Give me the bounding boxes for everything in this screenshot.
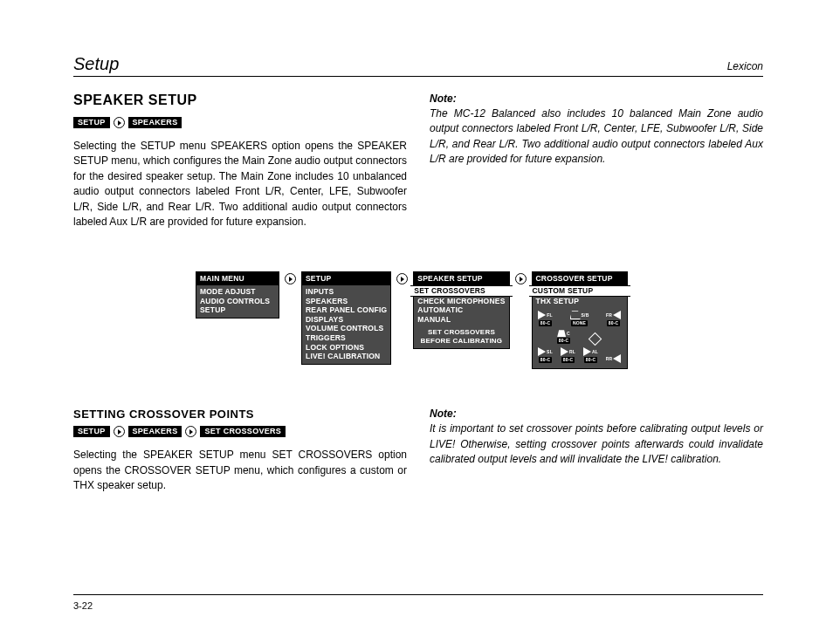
menu-item: CHECK MICROPHONES xyxy=(414,297,508,306)
arrow-right-icon xyxy=(114,426,125,437)
speaker-cell-sl: SL 80-C xyxy=(536,347,555,363)
speaker-icon xyxy=(583,347,591,356)
arrow-right-icon xyxy=(185,426,196,437)
menu-crossover-title: CROSSOVER SETUP xyxy=(533,272,627,285)
header-section: Setup xyxy=(73,54,119,74)
crumb-speakers: SPEAKERS xyxy=(128,426,182,437)
section-title-speaker-setup: SPEAKER SETUP xyxy=(73,92,407,108)
menu-item-highlight: SET CROSSOVERS xyxy=(410,285,512,297)
menu-main: MAIN MENU MODE ADJUST AUDIO CONTROLS SET… xyxy=(196,271,279,319)
menu-item: LIVE! CALIBRATION xyxy=(306,352,387,361)
menu-crossover-setup: CROSSOVER SETUP CUSTOM SETUP THX SETUP F… xyxy=(532,271,628,369)
speaker-icon xyxy=(561,347,568,356)
menu-item: AUTOMATIC xyxy=(414,305,508,315)
menu-item: AUDIO CONTROLS xyxy=(200,297,275,306)
menu-main-title: MAIN MENU xyxy=(196,272,279,285)
header-brand: Lexicon xyxy=(727,60,763,72)
center-speaker-icon xyxy=(557,330,566,337)
page-number: 3-22 xyxy=(73,600,93,611)
arrow-right-icon xyxy=(396,273,408,284)
arrow-right-icon xyxy=(285,273,296,284)
speaker-icon xyxy=(538,311,546,319)
breadcrumb-speaker-setup: SETUP SPEAKERS xyxy=(73,117,407,128)
page-header: Setup Lexicon xyxy=(73,54,763,77)
menu-item: VOLUME CONTROLS xyxy=(306,324,387,333)
crumb-set-crossovers: SET CROSSOVERS xyxy=(200,426,286,437)
speaker-cell-fr: FR 80-C xyxy=(604,311,623,326)
menu-hint-line: SET CROSSOVERS xyxy=(417,328,505,337)
speaker-cell-c: C 80-C xyxy=(554,330,574,344)
speaker-cell-rr: RR xyxy=(604,354,623,363)
speaker-layout-icon: FL 80-C S/B NONE FR 80-C C 80-C xyxy=(533,307,627,368)
crumb-setup: SETUP xyxy=(73,117,110,128)
crumb-speakers: SPEAKERS xyxy=(128,117,182,128)
menu-setup-title: SETUP xyxy=(302,272,390,285)
menu-setup: SETUP INPUTS SPEAKERS REAR PANEL CONFIG … xyxy=(301,271,391,365)
note-heading: Note: xyxy=(430,408,763,420)
arrow-right-icon xyxy=(515,273,527,284)
speaker-setup-body: Selecting the SETUP menu SPEAKERS option… xyxy=(73,139,407,230)
menu-item: SETUP xyxy=(200,305,275,315)
menu-item-highlight: CUSTOM SETUP xyxy=(529,285,630,297)
menu-speaker-setup-title: SPEAKER SETUP xyxy=(414,272,508,285)
page-footer: 3-22 xyxy=(73,594,763,611)
subwoofer-icon xyxy=(570,311,581,319)
menu-item: INPUTS xyxy=(306,287,387,297)
crumb-setup: SETUP xyxy=(73,426,110,437)
menu-item: MODE ADJUST xyxy=(200,287,275,297)
menu-hint-line: BEFORE CALIBRATING xyxy=(417,337,505,346)
speaker-cell-rl: RL 80-C xyxy=(559,347,578,363)
speaker-cell-sub: S/B NONE xyxy=(570,311,589,326)
note-heading: Note: xyxy=(430,92,763,105)
crossover-body: Selecting the SPEAKER SETUP menu SET CRO… xyxy=(73,448,407,493)
menu-item: TRIGGERS xyxy=(306,333,387,343)
speaker-cell-fl: FL 80-C xyxy=(536,311,555,326)
lfe-icon xyxy=(589,332,602,346)
speaker-cell-al: AL 80-C xyxy=(582,347,601,363)
menu-speaker-setup: SPEAKER SETUP SET CROSSOVERS CHECK MICRO… xyxy=(413,271,509,349)
menu-item: THX SETUP xyxy=(533,297,627,308)
arrow-right-icon xyxy=(114,117,125,128)
speaker-setup-note: The MC-12 Balanced also includes 10 bala… xyxy=(430,106,763,168)
breadcrumb-crossover: SETUP SPEAKERS SET CROSSOVERS xyxy=(73,426,407,437)
crossover-note: It is important to set crossover points … xyxy=(430,421,763,467)
speaker-icon xyxy=(613,354,621,363)
menu-item: REAR PANEL CONFIG xyxy=(306,305,387,315)
speaker-icon xyxy=(538,347,546,356)
speaker-icon xyxy=(613,311,621,319)
menu-item: SPEAKERS xyxy=(306,297,387,306)
speaker-cell-lfe xyxy=(586,334,605,344)
menu-item: LOCK OPTIONS xyxy=(306,343,387,353)
menu-item: DISPLAYS xyxy=(306,315,387,325)
menu-item: MANUAL xyxy=(414,315,508,325)
menu-navigation-diagram: MAIN MENU MODE ADJUST AUDIO CONTROLS SET… xyxy=(196,271,763,369)
section-title-crossover: SETTING CROSSOVER POINTS xyxy=(73,408,407,421)
